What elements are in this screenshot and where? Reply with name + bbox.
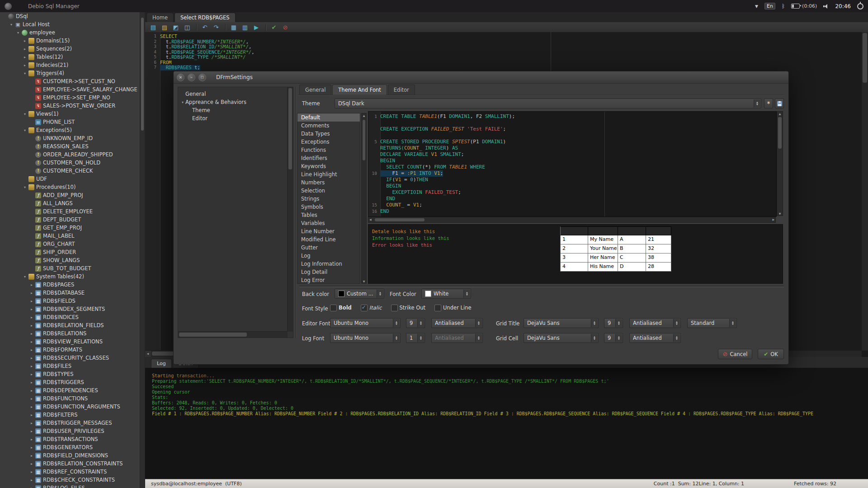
tree-item[interactable]: ▸ RDB$SECURITY_CLASSES bbox=[0, 354, 145, 362]
tree-item[interactable]: ▸ RDB$TRIGGER_MESSAGES bbox=[0, 419, 145, 427]
spinner-arrows-icon[interactable] bbox=[377, 290, 383, 298]
expand-arrow-icon[interactable]: ▸ bbox=[22, 39, 28, 43]
tree-item[interactable]: EMPLOYEE->SET_EMP_NO bbox=[0, 94, 145, 102]
tree-item[interactable]: ▸ RDB$FUNCTIONS bbox=[0, 394, 145, 403]
expand-arrow-icon[interactable]: ▸ bbox=[29, 283, 34, 287]
spinner-arrows-icon[interactable] bbox=[417, 319, 424, 327]
tree-item[interactable]: DSql bbox=[0, 12, 145, 20]
expand-arrow-icon[interactable]: ▾ bbox=[22, 71, 28, 75]
scrollbar-thumb[interactable] bbox=[288, 88, 292, 169]
settings-tab[interactable]: Theme And Font bbox=[332, 84, 387, 95]
form-view-icon[interactable]: ▥ bbox=[240, 23, 250, 32]
indicator-caret-icon[interactable]: ▼ bbox=[755, 4, 758, 9]
token-item[interactable]: Comments bbox=[297, 122, 360, 130]
undo-icon[interactable]: ↶ bbox=[200, 23, 210, 32]
expand-arrow-icon[interactable]: ▸ bbox=[29, 429, 34, 433]
tree-item[interactable]: ▸ RDB$PAGES bbox=[0, 281, 145, 289]
token-item[interactable]: Tables bbox=[297, 211, 360, 219]
spinner-arrows-icon[interactable] bbox=[463, 290, 470, 298]
spinner-arrows-icon[interactable] bbox=[417, 334, 424, 342]
dialog-minimize-icon[interactable] bbox=[188, 74, 195, 81]
token-item[interactable]: Variables bbox=[297, 219, 360, 227]
scrollbar-thumb[interactable] bbox=[363, 120, 365, 160]
expand-arrow-icon[interactable]: ▸ bbox=[22, 55, 28, 59]
expand-arrow-icon[interactable]: ▸ bbox=[29, 421, 34, 425]
token-item[interactable]: Identifiers bbox=[297, 154, 360, 162]
token-item[interactable]: Symbols bbox=[297, 203, 360, 211]
expand-arrow-icon[interactable]: ▸ bbox=[29, 470, 34, 474]
expand-arrow-icon[interactable]: ▸ bbox=[29, 380, 34, 385]
tree-item[interactable]: ▸ RDB$FUNCTION_ARGUMENTS bbox=[0, 403, 145, 411]
spinner-arrows-icon[interactable] bbox=[393, 334, 400, 342]
tree-item[interactable]: ▸ RDB$TRIGGERS bbox=[0, 378, 145, 386]
editor-font-antialias[interactable]: Antialiased bbox=[431, 318, 483, 328]
tree-item[interactable]: ▸ RDB$RELATIONS bbox=[0, 329, 145, 338]
grid-title-size[interactable]: 9 bbox=[604, 318, 623, 328]
token-item[interactable]: Keywords bbox=[297, 162, 360, 170]
document-tab[interactable]: Select RDB$PAGES bbox=[175, 13, 236, 22]
tree-item[interactable]: ▸ RDB$LOG_FILES bbox=[0, 484, 145, 488]
expand-arrow-icon[interactable]: ▾ bbox=[15, 31, 21, 35]
run-icon[interactable]: ▶ bbox=[251, 23, 261, 32]
tree-item[interactable]: CUSTOMER_CHECK bbox=[0, 167, 145, 175]
spinner-arrows-icon[interactable] bbox=[591, 319, 598, 327]
dialog-maximize-icon[interactable] bbox=[198, 74, 206, 81]
tree-item[interactable]: ▸ Indecies(21) bbox=[0, 61, 145, 69]
expand-arrow-icon[interactable]: ▾ bbox=[180, 100, 185, 104]
scroll-left-icon[interactable]: ◀ bbox=[145, 351, 151, 357]
tree-item[interactable]: ▸ RDB$FILTERS bbox=[0, 411, 145, 419]
tree-item[interactable]: ▸ RDB$TRANSACTIONS bbox=[0, 435, 145, 443]
tree-item[interactable]: EMPLOYEE->SAVE_SALARY_CHANGE bbox=[0, 85, 145, 94]
tree-item[interactable]: DELETE_EMPLOYEE bbox=[0, 207, 145, 216]
editor-font-select[interactable]: Ubuntu Mono bbox=[330, 318, 401, 328]
spinner-arrows-icon[interactable] bbox=[729, 319, 736, 327]
font-style-checkbox[interactable]: Bold bbox=[330, 305, 352, 311]
tree-item[interactable]: ▾ Local Host bbox=[0, 20, 145, 28]
theme-select[interactable]: DSql Dark bbox=[335, 99, 761, 108]
editor-vscrollbar[interactable] bbox=[861, 32, 868, 351]
font-style-checkbox[interactable]: Strike Out bbox=[391, 305, 426, 311]
token-item[interactable]: Line Highlight bbox=[297, 170, 360, 178]
tree-item[interactable]: SUB_TOT_BUDGET bbox=[0, 264, 145, 272]
clock[interactable]: 20:46 bbox=[835, 3, 851, 9]
volume-icon[interactable] bbox=[823, 4, 829, 9]
spinner-arrows-icon[interactable] bbox=[754, 99, 760, 108]
document-tab[interactable]: Home bbox=[146, 13, 174, 22]
settings-tab[interactable]: General bbox=[299, 84, 331, 95]
tree-item[interactable]: ▸ RDB$RELATION_CONSTRAINTS bbox=[0, 460, 145, 468]
token-item[interactable]: Log Error bbox=[297, 276, 360, 284]
tree-item[interactable]: SHIP_ORDER bbox=[0, 248, 145, 256]
rollback-icon[interactable]: ⊘ bbox=[280, 23, 290, 32]
bottom-tab[interactable]: Log bbox=[151, 359, 172, 368]
tree-item[interactable]: ▸ RDB$FILES bbox=[0, 362, 145, 370]
spinner-arrows-icon[interactable] bbox=[393, 319, 400, 327]
tree-item[interactable]: UNKNOWN_EMP_ID bbox=[0, 134, 145, 142]
expand-arrow-icon[interactable]: ▸ bbox=[29, 389, 34, 393]
app-menu-icon[interactable] bbox=[5, 3, 12, 10]
tree-item[interactable]: REASSIGN_SALES bbox=[0, 142, 145, 150]
expand-arrow-icon[interactable]: ▸ bbox=[29, 299, 34, 303]
token-item[interactable]: Default bbox=[297, 113, 360, 122]
dialog-close-icon[interactable] bbox=[177, 74, 184, 81]
expand-arrow-icon[interactable]: ▸ bbox=[29, 397, 34, 401]
cancel-button[interactable]: Cancel bbox=[718, 349, 752, 359]
spinner-arrows-icon[interactable] bbox=[615, 334, 622, 342]
open-icon[interactable]: ▨ bbox=[160, 23, 170, 32]
expand-arrow-icon[interactable]: ▾ bbox=[22, 185, 28, 189]
tree-item[interactable]: SHOW_LANGS bbox=[0, 256, 145, 264]
tree-item[interactable]: ORG_CHART bbox=[0, 240, 145, 248]
expand-arrow-icon[interactable]: ▸ bbox=[22, 47, 28, 51]
expand-arrow-icon[interactable]: ▸ bbox=[29, 291, 34, 295]
token-list-scrollbar[interactable] bbox=[361, 113, 367, 284]
tree-item[interactable]: ▸ RDB$TYPES bbox=[0, 370, 145, 378]
tree-item[interactable]: ▸ RDB$FORMATS bbox=[0, 346, 145, 354]
scrollbar-thumb[interactable] bbox=[863, 33, 867, 83]
expand-arrow-icon[interactable]: ▾ bbox=[9, 23, 14, 27]
expand-arrow-icon[interactable]: ▸ bbox=[29, 405, 34, 409]
sidebar-scrollbar[interactable] bbox=[140, 12, 145, 488]
dialog-titlebar[interactable]: DFrmSettings bbox=[174, 71, 788, 84]
tree-item[interactable]: SALES->POST_NEW_ORDER bbox=[0, 102, 145, 110]
token-item[interactable]: Log Information bbox=[297, 260, 360, 268]
expand-arrow-icon[interactable]: ▸ bbox=[29, 413, 34, 417]
expand-arrow-icon[interactable]: ▸ bbox=[29, 478, 34, 482]
